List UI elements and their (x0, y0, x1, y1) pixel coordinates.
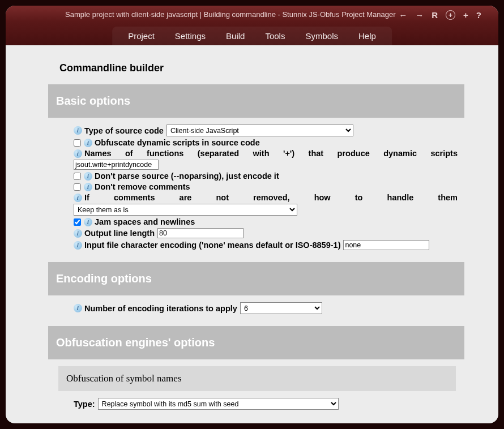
menu-symbols[interactable]: Symbols (295, 27, 348, 45)
section-encoding-body: i Number of encoding iterations to apply… (48, 302, 464, 326)
add-icon[interactable]: + (463, 10, 468, 20)
nav-icons: ← → R + + ? (399, 10, 481, 20)
obfuscate-dynamic-checkbox[interactable] (74, 139, 81, 147)
func-names-label: Names of functions (separated with '+') … (84, 149, 458, 158)
linelen-input[interactable] (157, 228, 244, 238)
menu-help[interactable]: Help (348, 27, 386, 45)
noparse-label: Don't parse source (--noparsing), just e… (95, 171, 279, 181)
menu-project[interactable]: Project (118, 27, 165, 45)
reload-icon[interactable]: R (432, 10, 438, 20)
noremove-comments-label: Don't remove comments (95, 182, 190, 191)
zoom-icon[interactable]: + (446, 10, 455, 20)
section-engines-body: Type: Replace symbol with its md5 sum wi… (48, 398, 464, 422)
info-icon[interactable]: i (74, 304, 82, 312)
comments-handle-select[interactable]: Keep them as is (74, 204, 297, 216)
noparse-checkbox[interactable] (74, 173, 81, 180)
type-label: Type of source code (84, 126, 164, 135)
content-area: Commandline builder Basic options i Type… (6, 45, 498, 423)
menu-tools[interactable]: Tools (255, 27, 295, 45)
engine-type-select[interactable]: Replace symbol with its md5 sum with see… (98, 398, 339, 410)
info-icon[interactable]: i (74, 229, 82, 238)
func-names-input[interactable] (74, 160, 159, 170)
jam-label: Jam spaces and newlines (95, 217, 195, 226)
obfuscate-dynamic-label: Obfuscate dynamic scripts in source code (95, 138, 260, 147)
engine-type-label: Type: (74, 400, 95, 409)
section-basic-body: i Type of source code Client-side JavaSc… (48, 125, 464, 262)
info-icon[interactable]: i (74, 149, 82, 158)
comments-handle-label: If comments are not removed, how to hand… (84, 193, 458, 202)
jam-checkbox[interactable] (74, 218, 81, 226)
section-basic-header: Basic options (48, 84, 464, 118)
type-select[interactable]: Client-side JavaScript (166, 125, 353, 136)
iterations-label: Number of encoding iterations to apply (84, 304, 237, 313)
symbol-obfuscation-header: Obfuscation of symbol names (58, 366, 456, 391)
linelen-label: Output line length (84, 229, 155, 238)
info-icon[interactable]: i (74, 194, 82, 202)
menu-settings[interactable]: Settings (165, 27, 216, 45)
encoding-input[interactable] (343, 240, 429, 250)
info-icon[interactable]: i (84, 172, 92, 181)
page-title: Commandline builder (59, 62, 464, 74)
forward-icon[interactable]: → (415, 10, 424, 20)
help-icon[interactable]: ? (476, 10, 481, 20)
info-icon[interactable]: i (84, 139, 92, 147)
encoding-label: Input file character encoding ('none' me… (84, 241, 340, 250)
section-engines-header: Obfuscation engines' options (48, 326, 464, 359)
iterations-select[interactable]: 6 (240, 302, 322, 314)
menu-build[interactable]: Build (216, 27, 255, 45)
back-icon[interactable]: ← (399, 10, 407, 20)
section-encoding-header: Encoding options (48, 262, 464, 295)
info-icon[interactable]: i (84, 218, 92, 226)
info-icon[interactable]: i (74, 126, 82, 135)
noremove-comments-checkbox[interactable] (74, 183, 81, 191)
info-icon[interactable]: i (84, 183, 92, 191)
menubar: Project Settings Build Tools Symbols Hel… (112, 27, 392, 45)
info-icon[interactable]: i (74, 241, 82, 250)
titlebar: Sample project with client-side javascri… (6, 6, 498, 45)
